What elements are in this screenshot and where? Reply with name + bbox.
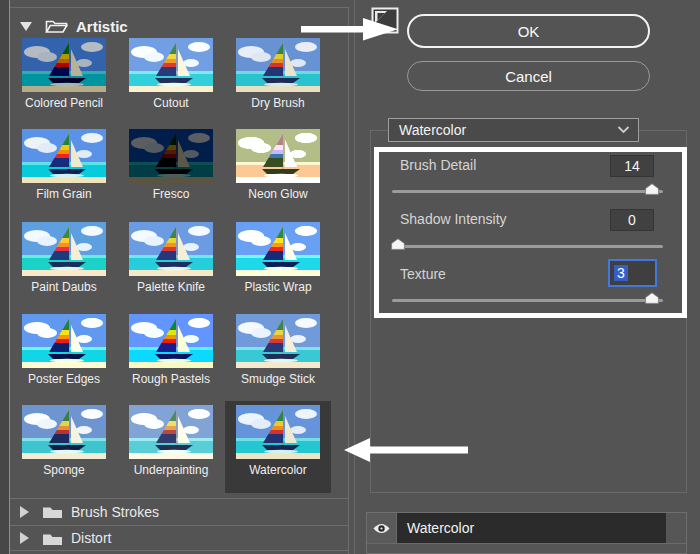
filter-thumbnail-paint-daubs[interactable]: Paint Daubs bbox=[11, 218, 117, 310]
texture-value-input[interactable]: 3 bbox=[608, 259, 657, 287]
thumbnail-image-palette-knife bbox=[129, 222, 213, 276]
effect-layer-row[interactable]: Watercolor bbox=[367, 513, 686, 544]
filter-category-list: Artistic Colored PencilCutoutDry BrushFi… bbox=[10, 7, 349, 554]
filter-label: Watercolor bbox=[225, 463, 331, 477]
shadow-intensity-slider-thumb[interactable] bbox=[391, 238, 405, 250]
filter-thumbnail-colored-pencil[interactable]: Colored Pencil bbox=[11, 34, 117, 126]
category-label: Distort bbox=[71, 530, 111, 546]
filter-thumbnail-rough-pastels[interactable]: Rough Pastels bbox=[118, 310, 224, 402]
ok-button[interactable]: OK bbox=[407, 14, 650, 48]
shadow-intensity-value[interactable]: 0 bbox=[610, 209, 654, 231]
visibility-toggle[interactable] bbox=[367, 513, 397, 543]
category-label: Brush Strokes bbox=[71, 504, 159, 520]
filter-label: Film Grain bbox=[11, 187, 117, 201]
ok-button-label: OK bbox=[518, 23, 540, 40]
annotation-arrow-left bbox=[343, 437, 469, 463]
filter-label: Dry Brush bbox=[225, 96, 331, 110]
disclosure-open-icon[interactable] bbox=[20, 22, 32, 31]
texture-label: Texture bbox=[400, 266, 446, 282]
filter-label: Rough Pastels bbox=[118, 372, 224, 386]
filter-select-dropdown[interactable]: Watercolor bbox=[388, 118, 639, 142]
filter-label: Poster Edges bbox=[11, 372, 117, 386]
filter-label: Palette Knife bbox=[118, 280, 224, 294]
filter-label: Colored Pencil bbox=[11, 96, 117, 110]
effect-layer-name: Watercolor bbox=[397, 513, 666, 543]
folder-open-icon bbox=[45, 18, 68, 34]
texture-value: 3 bbox=[614, 265, 628, 281]
disclosure-closed-icon[interactable] bbox=[20, 506, 29, 518]
filter-thumbnail-sponge[interactable]: Sponge bbox=[11, 401, 117, 493]
category-label: Artistic bbox=[76, 18, 128, 35]
brush-detail-slider[interactable] bbox=[392, 190, 663, 193]
thumbnail-image-underpainting bbox=[129, 405, 213, 459]
filter-thumbnail-cutout[interactable]: Cutout bbox=[118, 34, 224, 126]
category-distort[interactable]: Distort bbox=[10, 525, 348, 551]
cancel-button-label: Cancel bbox=[505, 68, 552, 85]
thumbnail-image-smudge-stick bbox=[236, 314, 320, 368]
thumbnail-image-neon-glow bbox=[236, 129, 320, 183]
panel-divider bbox=[354, 0, 355, 554]
filter-label: Neon Glow bbox=[225, 187, 331, 201]
filter-thumbnail-dry-brush[interactable]: Dry Brush bbox=[225, 34, 331, 126]
filter-thumbnail-watercolor[interactable]: Watercolor bbox=[225, 401, 331, 493]
annotation-arrow-right bbox=[301, 17, 399, 41]
brush-detail-value[interactable]: 14 bbox=[610, 155, 654, 177]
chevron-down-icon bbox=[617, 126, 630, 134]
shadow-intensity-label: Shadow Intensity bbox=[400, 211, 507, 227]
thumbnail-image-plastic-wrap bbox=[236, 222, 320, 276]
thumbnail-image-colored-pencil bbox=[22, 38, 106, 92]
filter-label: Plastic Wrap bbox=[225, 280, 331, 294]
filter-label: Sponge bbox=[11, 463, 117, 477]
filter-thumbnail-neon-glow[interactable]: Neon Glow bbox=[225, 125, 331, 217]
thumbnail-image-rough-pastels bbox=[129, 314, 213, 368]
thumbnail-image-paint-daubs bbox=[22, 222, 106, 276]
filter-label: Fresco bbox=[118, 187, 224, 201]
filter-thumbnail-poster-edges[interactable]: Poster Edges bbox=[11, 310, 117, 402]
filter-thumbnail-film-grain[interactable]: Film Grain bbox=[11, 125, 117, 217]
texture-slider[interactable] bbox=[392, 299, 663, 302]
cancel-button[interactable]: Cancel bbox=[407, 61, 650, 91]
thumbnail-image-film-grain bbox=[22, 129, 106, 183]
filter-thumbnail-underpainting[interactable]: Underpainting bbox=[118, 401, 224, 493]
thumbnail-image-fresco bbox=[129, 129, 213, 183]
thumbnail-image-sponge bbox=[22, 405, 106, 459]
filter-label: Smudge Stick bbox=[225, 372, 331, 386]
shadow-intensity-slider[interactable] bbox=[392, 245, 663, 248]
disclosure-closed-icon[interactable] bbox=[20, 532, 29, 544]
eye-icon bbox=[372, 522, 391, 535]
brush-detail-slider-thumb[interactable] bbox=[645, 183, 659, 195]
filter-label: Cutout bbox=[118, 96, 224, 110]
filter-label: Paint Daubs bbox=[11, 280, 117, 294]
filter-thumbnail-fresco[interactable]: Fresco bbox=[118, 125, 224, 217]
filter-select-value: Watercolor bbox=[399, 122, 617, 138]
category-brush-strokes[interactable]: Brush Strokes bbox=[10, 498, 348, 524]
dialog-left-edge bbox=[0, 0, 10, 554]
thumbnail-image-watercolor bbox=[236, 405, 320, 459]
texture-slider-thumb[interactable] bbox=[645, 292, 659, 304]
thumbnail-image-poster-edges bbox=[22, 314, 106, 368]
thumbnail-image-dry-brush bbox=[236, 38, 320, 92]
brush-detail-label: Brush Detail bbox=[400, 157, 476, 173]
effect-layer-filler bbox=[666, 513, 686, 543]
folder-closed-icon bbox=[42, 531, 63, 546]
folder-closed-icon bbox=[42, 504, 63, 519]
filter-label: Underpainting bbox=[118, 463, 224, 477]
filter-thumbnail-plastic-wrap[interactable]: Plastic Wrap bbox=[225, 218, 331, 310]
effect-layers-panel: Watercolor bbox=[366, 512, 687, 554]
filter-thumbnail-smudge-stick[interactable]: Smudge Stick bbox=[225, 310, 331, 402]
thumbnail-image-cutout bbox=[129, 38, 213, 92]
filter-thumbnail-palette-knife[interactable]: Palette Knife bbox=[118, 218, 224, 310]
